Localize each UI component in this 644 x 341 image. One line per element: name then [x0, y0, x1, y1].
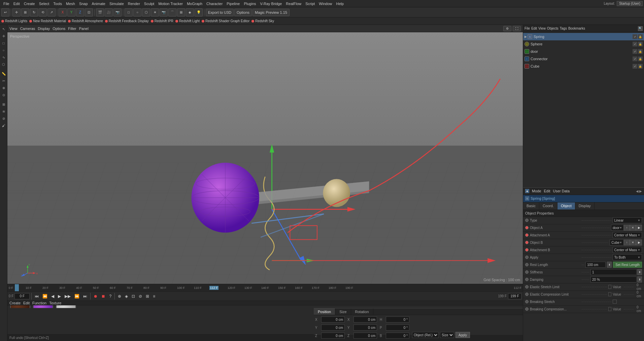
- z-size-input[interactable]: 0 cm: [353, 333, 377, 339]
- light-btn[interactable]: ☀: [151, 8, 159, 16]
- coord-btn[interactable]: ⊡: [85, 8, 93, 16]
- rotation-tab[interactable]: Rotation: [351, 308, 373, 315]
- render-btn[interactable]: 🎬: [96, 8, 104, 16]
- undo-btn[interactable]: ↩: [1, 8, 9, 16]
- redshift-ipr-btn[interactable]: Redshift IPR: [151, 19, 173, 23]
- frame-input[interactable]: [14, 293, 30, 299]
- object-cube[interactable]: □ Cube ✓ 🔒: [523, 63, 644, 70]
- redshift-lights-btn[interactable]: Redshift Lights: [1, 19, 27, 23]
- next-frame-btn[interactable]: ▶▶: [63, 293, 72, 299]
- attachment-b-dropdown[interactable]: Center of Mass ▼: [613, 247, 642, 253]
- search-btn[interactable]: 🔍: [638, 26, 643, 31]
- object-a-btn1[interactable]: ↑: [624, 225, 630, 231]
- goto-end-btn[interactable]: ⏭: [82, 293, 89, 299]
- record-opts-btn[interactable]: ?: [108, 293, 113, 299]
- menu-help[interactable]: Help: [334, 1, 346, 6]
- options-btn[interactable]: Options: [234, 9, 252, 16]
- bulb-btn[interactable]: 💡: [195, 8, 203, 16]
- right-file-menu[interactable]: File: [524, 27, 530, 30]
- set-rest-length-btn[interactable]: Set Rest Length: [613, 262, 642, 268]
- prev-key-btn[interactable]: ⏪: [41, 293, 49, 299]
- object-b-dropdown[interactable]: Cube ▼: [610, 239, 624, 245]
- cylinder-btn[interactable]: ⬡: [142, 8, 150, 16]
- scale-tool[interactable]: ⊞: [21, 8, 29, 16]
- filter-menu[interactable]: Filter: [68, 27, 76, 31]
- sphere-lock-btn[interactable]: 🔒: [638, 42, 643, 46]
- dope-btn[interactable]: ≡: [151, 293, 157, 299]
- elastic-stretch-checkbox[interactable]: [608, 285, 611, 289]
- create-tab[interactable]: Create: [9, 301, 21, 305]
- display-menu[interactable]: Display: [38, 27, 50, 31]
- spring-vis-btn[interactable]: ✓: [633, 34, 637, 39]
- object-a-btn3[interactable]: ▶: [636, 225, 642, 231]
- display-tab[interactable]: Display: [575, 202, 595, 210]
- rest-length-stepper[interactable]: ⬍: [607, 262, 612, 268]
- connector-lock-btn[interactable]: 🔒: [638, 56, 643, 61]
- view-menu[interactable]: View: [9, 27, 18, 31]
- rotate-tool[interactable]: ↻: [30, 8, 38, 16]
- props-nav-right[interactable]: ▶: [639, 189, 642, 193]
- layout-select[interactable]: Startup (User): [617, 1, 643, 6]
- prev-frame-btn[interactable]: ◀: [50, 293, 56, 299]
- menu-animate[interactable]: Animate: [90, 1, 107, 6]
- tool-arrow[interactable]: ↖: [0, 26, 7, 32]
- tool-move[interactable]: ✛: [0, 33, 7, 39]
- door-lock-btn[interactable]: 🔒: [638, 49, 643, 54]
- cube-btn[interactable]: □: [125, 8, 133, 16]
- user-data-tab[interactable]: User Data: [553, 189, 570, 193]
- object-sphere[interactable]: ○ Sphere ✓ 🔒: [523, 40, 644, 48]
- texture-gray[interactable]: [56, 305, 76, 308]
- menu-plugins[interactable]: Plugins: [242, 1, 258, 6]
- cloner-btn[interactable]: ⊞: [177, 8, 185, 16]
- cube-vis-btn[interactable]: ✓: [633, 64, 637, 69]
- connector-vis-btn[interactable]: ✓: [633, 56, 637, 61]
- object-connector[interactable]: C Connector ✓ 🔒: [523, 55, 644, 63]
- y-size-input[interactable]: 0 cm: [353, 325, 377, 331]
- cube-lock-btn[interactable]: 🔒: [638, 64, 643, 69]
- tool-ruler[interactable]: 📏: [0, 70, 7, 77]
- y-axis-btn[interactable]: Y: [67, 8, 75, 16]
- elastic-compress-checkbox[interactable]: [608, 292, 611, 296]
- object-b-btn3[interactable]: ▶: [636, 239, 642, 245]
- menu-edit[interactable]: Edit: [11, 1, 22, 6]
- redshift-atmosphere-btn[interactable]: Redshift Atmosphere: [68, 19, 103, 23]
- menu-vray[interactable]: V-Ray Bridge: [258, 1, 284, 6]
- menu-create[interactable]: Create: [22, 1, 37, 6]
- tool-magnet[interactable]: ⊕: [0, 84, 7, 91]
- tool-lasso[interactable]: ∿: [0, 54, 7, 61]
- menu-snap[interactable]: Snap: [77, 1, 90, 6]
- goto-start-btn[interactable]: ⏮: [33, 293, 40, 299]
- menu-mesh[interactable]: Mesh: [64, 1, 77, 6]
- redshift-light-btn[interactable]: Redshift Light: [175, 19, 200, 23]
- x-pos-input[interactable]: 0 cm: [321, 316, 345, 323]
- texture-dark-brown[interactable]: [10, 305, 30, 308]
- stiffness-input[interactable]: [590, 269, 637, 275]
- function-tab[interactable]: Function: [32, 301, 46, 305]
- z-pos-input[interactable]: 0 cm: [321, 333, 345, 339]
- render2-btn[interactable]: 🎥: [105, 8, 113, 16]
- right-tags-menu[interactable]: Tags: [560, 27, 567, 30]
- b-rot-input[interactable]: 0 °: [386, 333, 409, 339]
- menu-mograph[interactable]: MoGraph: [185, 1, 204, 6]
- texture-purple[interactable]: [33, 305, 53, 308]
- size-mode-select[interactable]: Size: [440, 332, 454, 338]
- tool-grid[interactable]: ⊞: [0, 101, 7, 108]
- position-tab[interactable]: Position: [314, 308, 335, 315]
- coord-mode-select[interactable]: Object (Rel.): [412, 332, 439, 338]
- camera-btn[interactable]: 📷: [160, 8, 168, 16]
- menu-select[interactable]: Select: [37, 1, 52, 6]
- menu-file[interactable]: File: [1, 1, 11, 6]
- damping-stepper[interactable]: ⬍: [637, 276, 642, 282]
- vp-settings-btn[interactable]: ⚙: [503, 26, 511, 31]
- end-frame-input[interactable]: [508, 293, 521, 299]
- play-btn[interactable]: ▶: [57, 293, 62, 299]
- feedback-display-btn[interactable]: Redshift Feedback Display: [105, 19, 149, 23]
- key-add-btn[interactable]: ⊕: [116, 293, 123, 299]
- edit-tab[interactable]: Edit: [544, 189, 550, 193]
- right-view-menu[interactable]: View: [538, 27, 546, 30]
- door-vis-btn[interactable]: ✓: [633, 49, 637, 54]
- tool-poly[interactable]: ⬡: [0, 61, 7, 68]
- object-a-dropdown[interactable]: door ▼: [611, 225, 624, 231]
- rest-length-input[interactable]: [585, 262, 606, 268]
- coord-tab[interactable]: Coord.: [539, 202, 557, 210]
